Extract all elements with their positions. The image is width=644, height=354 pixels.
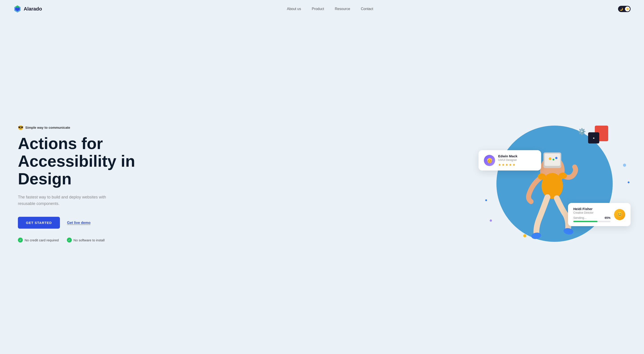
nav-about[interactable]: About us [287, 7, 301, 11]
tagline: 😎 Simple way to communicate [18, 125, 135, 130]
hero-title: Actions for Accessibility in Design [18, 135, 135, 188]
svg-point-12 [538, 173, 546, 180]
dark-mode-toggle[interactable]: ☀️ [618, 6, 630, 12]
svg-rect-5 [544, 154, 560, 166]
logo-text: Alarado [24, 6, 42, 12]
badge-no-software: ✓ No software to install [67, 238, 105, 243]
svg-point-7 [552, 159, 554, 160]
svg-point-8 [555, 157, 558, 159]
progress-bar [573, 221, 610, 222]
dot-1 [623, 164, 626, 167]
badge-no-credit-card: ✓ No credit card required [18, 238, 59, 243]
heidi-info: Heidi Fisher Creative Director Sending..… [573, 207, 610, 222]
svg-point-10 [531, 232, 542, 240]
hero-badges: ✓ No credit card required ✓ No software … [18, 238, 135, 243]
card-edwin: 👴 Edwin Mack UX/UI Designer ★ ★ ★ ★ ★ [478, 150, 541, 171]
hero-section: 😎 Simple way to communicate Actions for … [0, 18, 644, 354]
card-heidi-name: Heidi Fisher [573, 207, 610, 211]
navbar: Alarado About us Product Resource Contac… [0, 0, 644, 18]
check-icon-2: ✓ [67, 238, 72, 243]
check-icon-1: ✓ [18, 238, 23, 243]
card-heidi: Heidi Fisher Creative Director Sending..… [568, 203, 630, 226]
dot-3 [628, 181, 630, 183]
badge-text-1: No credit card required [24, 238, 59, 242]
hero-illustration: ■ ⚙️ [478, 119, 630, 249]
hero-subtitle: The fastest way to build and deploy webs… [18, 194, 116, 207]
progress-row: Sending... 65% [573, 216, 610, 219]
svg-point-11 [563, 227, 574, 235]
heidi-bottom: Heidi Fisher Creative Director Sending..… [573, 207, 625, 222]
logo[interactable]: Alarado [14, 5, 42, 13]
logo-icon [14, 5, 22, 13]
card-edwin-name: Edwin Mack [498, 154, 518, 158]
tagline-emoji: 😎 [18, 125, 24, 130]
progress-pct: 65% [605, 216, 610, 219]
dot-2 [485, 199, 487, 201]
nav-contact[interactable]: Contact [361, 7, 373, 11]
deco-items: ⚙️ [578, 128, 586, 135]
svg-point-13 [559, 173, 567, 179]
dot-purple [490, 219, 492, 222]
toggle-knob: ☀️ [625, 6, 630, 11]
tagline-text: Simple way to communicate [25, 126, 70, 129]
card-heidi-role: Creative Director [573, 211, 610, 214]
hero-character [501, 119, 604, 249]
card-edwin-info: Edwin Mack UX/UI Designer ★ ★ ★ ★ ★ [498, 154, 518, 166]
card-edwin-stars: ★ ★ ★ ★ ★ [498, 163, 518, 166]
hero-buttons: GET STARTED Get live demo [18, 217, 135, 229]
nav-resource[interactable]: Resource [335, 7, 350, 11]
card-edwin-role: UX/UI Designer [498, 158, 518, 162]
hero-left: 😎 Simple way to communicate Actions for … [18, 125, 135, 243]
get-started-button[interactable]: GET STARTED [18, 217, 60, 229]
progress-label: Sending... [573, 216, 586, 219]
avatar-heidi: 😊 [614, 209, 625, 220]
badge-text-2: No software to install [74, 238, 105, 242]
nav-links: About us Product Resource Contact [287, 7, 373, 11]
nav-product[interactable]: Product [312, 7, 324, 11]
progress-fill [573, 221, 598, 222]
svg-point-6 [549, 157, 552, 160]
live-demo-button[interactable]: Get live demo [67, 221, 90, 225]
avatar-edwin: 👴 [484, 155, 495, 166]
